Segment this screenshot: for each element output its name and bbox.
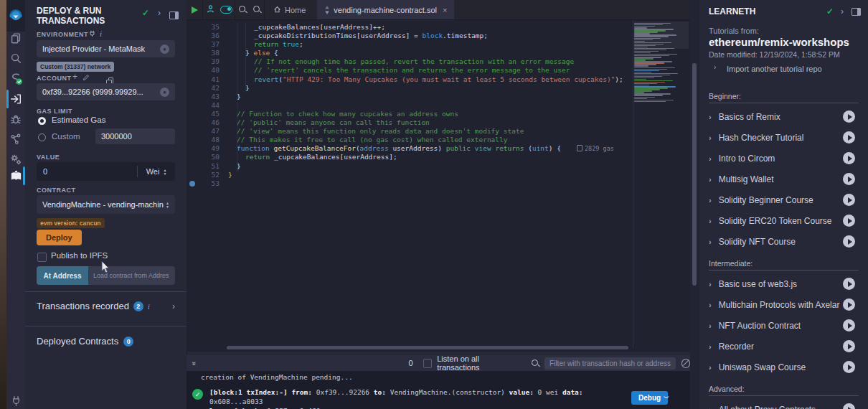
panel-pin-icon[interactable] [169,11,179,19]
listen-transactions-checkbox[interactable] [423,359,433,368]
horizontal-scrollbar[interactable] [227,346,628,349]
value-input[interactable]: 0 [37,167,137,176]
file-explorer-icon[interactable] [6,29,25,47]
tutorial-item[interactable]: ›Multichain Protocols with Axelar [699,294,868,315]
environment-select[interactable]: Injected Provider - MetaMask ● [37,40,175,57]
code-line[interactable]: 50return _cupcakeBalances[userAddress]; [187,153,690,161]
play-tutorial-icon[interactable] [843,278,855,290]
code-line[interactable]: 48// This makes it free to call (no gas … [187,136,690,144]
code-line[interactable]: 49function getCupcakeBalanceFor(address … [187,144,690,153]
code-line[interactable]: 42} [187,84,690,93]
unit-stepper-icon[interactable]: ▲▼ [163,169,166,175]
tutorial-item[interactable]: ›Solidity Beginner Course [699,189,868,210]
clear-console-icon[interactable] [681,359,690,368]
learneth-expand-icon[interactable]: › [841,6,844,17]
play-tutorial-icon[interactable] [843,152,855,164]
learneth-icon[interactable] [6,166,25,185]
remix-logo[interactable] [6,0,25,32]
run-script-icon[interactable] [187,4,202,17]
code-line[interactable]: 46// 'public' means anyone can call this… [187,118,690,127]
zoom-out-icon[interactable]: - [235,4,250,17]
code-line[interactable]: 51} [187,162,690,171]
code-line[interactable]: 45// Function to check how many cupcakes… [187,110,690,118]
environment-select-badge-icon[interactable]: ● [160,44,169,54]
code-line[interactable]: 38} else { [187,49,690,57]
play-tutorial-icon[interactable] [843,215,855,227]
play-tutorial-icon[interactable] [843,340,855,352]
import-repo-link[interactable]: Import another tutorial repo [727,65,822,73]
code-line[interactable]: 53 [187,179,690,188]
code-line[interactable]: 52} [187,171,690,179]
code-line[interactable]: 39// If not enough time has passed, reve… [187,57,690,66]
play-tutorial-icon[interactable] [843,111,855,123]
tab-vending-machine-contract[interactable]: vending-machine-contract.sol × [317,0,454,19]
publish-ipfs-checkbox[interactable] [37,253,47,262]
deploy-run-icon[interactable] [6,90,25,108]
play-tutorial-icon[interactable] [843,173,855,185]
debugger-icon[interactable] [6,110,25,128]
play-tutorial-icon[interactable] [843,298,855,311]
edit-account-icon[interactable] [82,74,90,81]
estimated-gas-radio[interactable] [38,117,46,125]
play-tutorial-icon[interactable] [843,361,855,373]
toggle-icon[interactable] [217,4,235,17]
zoom-in-icon[interactable]: + [250,4,264,17]
code-line[interactable]: 36_cupcakeDistributionTimes[userAddress]… [187,32,690,40]
tutorial-item[interactable]: ›Uniswap Swap Course [699,357,868,377]
learneth-pin-icon[interactable] [852,8,861,16]
value-unit-select[interactable]: Wei ▲▼ [138,167,175,176]
code-line[interactable]: 40// 'revert' cancels the transaction an… [187,66,690,75]
transactions-recorded-row[interactable]: Transactions recorded 2 i › [37,301,175,311]
code-line[interactable]: 44 [187,101,690,110]
tutorial-item[interactable]: ›Multisig Wallet [699,169,868,189]
code-editor[interactable]: 35_cupcakeBalances[userAddress]++;36_cup… [187,20,690,352]
tx-log[interactable]: [block:1 txIndex:-] from: 0xf39...92266 … [209,387,629,409]
analysis-icon[interactable] [6,130,25,149]
transactions-info-icon[interactable]: i [148,302,150,311]
tutorial-item[interactable]: ›Hash Checker Tutorial [699,127,868,148]
code-line[interactable]: 43} [187,93,690,101]
walkthrough-icon[interactable] [203,4,217,17]
tutorial-item[interactable]: ›Solidity ERC20 Token Course [699,210,868,231]
play-tutorial-icon[interactable] [843,194,855,206]
tutorial-item[interactable]: ›NFT Auction Contract [699,315,868,336]
code-line[interactable]: 47// 'view' means this function only rea… [187,127,690,136]
tx-collapse-icon[interactable]: ⌄ [661,391,671,400]
account-select-badge-icon[interactable]: ● [160,88,169,97]
play-tutorial-icon[interactable] [843,235,855,248]
environment-info-icon[interactable]: i [100,29,102,38]
close-tab-icon[interactable]: × [443,6,447,14]
breakpoint-icon[interactable] [189,181,195,187]
add-account-icon[interactable]: + [72,72,77,82]
home-tab[interactable]: Home [265,6,314,14]
tutorial-item[interactable]: ›Recorder [699,336,868,357]
code-line[interactable]: 41revert("HTTP 429: Too Many Cupcakes (y… [187,75,690,84]
tutorial-item[interactable]: ›Solidity NFT Course [699,231,868,252]
transactions-expand-icon[interactable]: › [172,301,175,311]
play-tutorial-icon[interactable] [843,319,855,332]
plugin-manager-icon[interactable] [6,391,25,409]
tutorial-item[interactable]: ›Intro to Circom [699,148,868,169]
account-select[interactable]: 0xf39...92266 (9999.99929... ● [37,83,175,100]
tutorial-item[interactable]: ›Basics of Remix [699,106,868,127]
scrollbar-thumb[interactable] [692,63,697,286]
panel-expand-icon[interactable]: › [158,8,161,18]
solidity-compiler-icon[interactable] [6,69,25,88]
code-line[interactable]: 35_cupcakeBalances[userAddress]++; [187,23,690,32]
code-line[interactable]: 37return true; [187,40,690,49]
contract-select[interactable]: VendingMachine - vending-machin ▲▼ [37,195,175,214]
terminal-filter-input[interactable]: Filter with transaction hash or address [544,357,675,370]
search-icon[interactable] [6,49,25,67]
minimap-slider[interactable] [634,22,689,49]
custom-gas-input[interactable]: 3000000 [95,128,175,144]
terminal-expand-icon[interactable]: » [190,361,198,365]
deployed-contracts-row[interactable]: Deployed Contracts 0 [37,336,175,347]
at-address-button[interactable]: At Address [37,266,88,285]
tutorial-item[interactable]: ›Basic use of web3.js [699,273,868,294]
plug-icon[interactable] [88,29,96,37]
custom-gas-radio[interactable] [38,133,46,141]
tutorial-item[interactable]: ›All about Proxy Contracts [699,399,868,409]
deploy-button[interactable]: Deploy [37,230,82,245]
play-tutorial-icon[interactable] [843,403,855,409]
play-tutorial-icon[interactable] [843,131,855,144]
